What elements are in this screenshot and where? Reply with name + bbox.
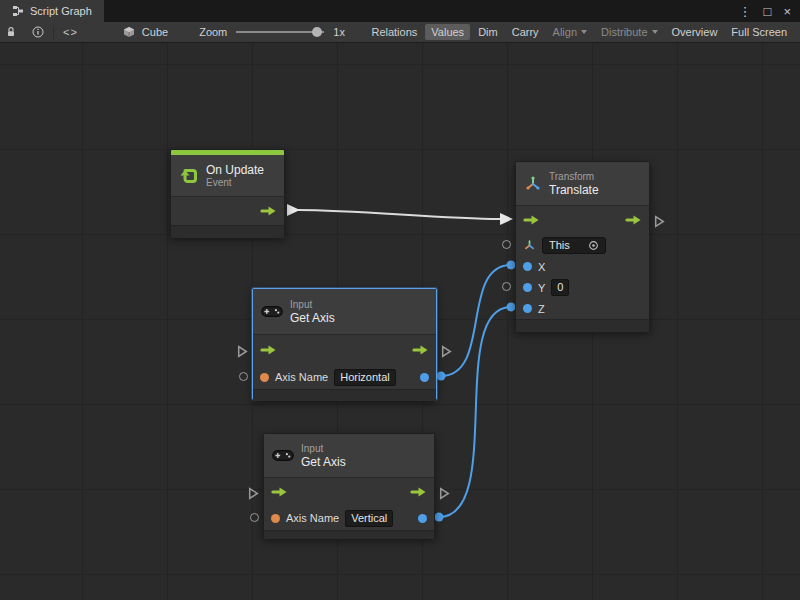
z-input-port[interactable] xyxy=(523,304,532,313)
close-window-icon[interactable]: × xyxy=(783,5,791,18)
node-footer xyxy=(516,319,649,332)
script-graph-icon xyxy=(12,5,24,17)
node-title: Get Axis xyxy=(290,311,335,325)
flow-output-port[interactable] xyxy=(412,344,429,356)
node-get-axis-horizontal[interactable]: Input Get Axis Axis Name Horizontal xyxy=(252,288,437,400)
node-category: Input xyxy=(301,443,346,455)
y-port-indicator[interactable] xyxy=(502,282,511,291)
full-screen-button[interactable]: Full Screen xyxy=(725,24,793,40)
transform-mini-icon xyxy=(523,239,536,252)
axis-name-field[interactable]: Horizontal xyxy=(334,369,396,386)
chevron-down-icon xyxy=(581,30,587,34)
tab-title: Script Graph xyxy=(30,5,92,17)
node-title: On Update xyxy=(206,163,264,177)
z-port-label: Z xyxy=(538,303,545,315)
align-dropdown[interactable]: Align xyxy=(547,24,593,40)
values-button[interactable]: Values xyxy=(425,24,470,40)
titlebar: Script Graph ⋮ □ × xyxy=(0,0,800,22)
node-translate[interactable]: Transform Translate xyxy=(515,161,650,331)
script-graph-window: Script Graph ⋮ □ × <> xyxy=(0,0,800,600)
target-object-name: Cube xyxy=(142,26,168,38)
kebab-menu-icon[interactable]: ⋮ xyxy=(739,5,752,18)
node-footer xyxy=(253,389,436,401)
overview-button[interactable]: Overview xyxy=(666,24,724,40)
restore-window-icon[interactable]: □ xyxy=(764,5,772,18)
node-category: Transform xyxy=(549,171,599,183)
chevron-down-icon xyxy=(652,30,658,34)
flow-output-indicator[interactable] xyxy=(439,486,450,504)
flow-output-indicator[interactable] xyxy=(441,344,452,362)
lock-icon[interactable] xyxy=(5,26,17,38)
flow-input-port[interactable] xyxy=(260,344,277,356)
float-output-port[interactable] xyxy=(420,373,429,382)
node-title: Get Axis xyxy=(301,455,346,469)
on-update-loop-icon xyxy=(179,166,199,186)
flow-input-port[interactable] xyxy=(523,214,540,226)
y-value-field[interactable]: 0 xyxy=(551,279,569,296)
object-picker-icon[interactable] xyxy=(588,240,599,251)
gamepad-icon xyxy=(261,305,283,318)
relations-button[interactable]: Relations xyxy=(365,24,423,40)
info-icon[interactable] xyxy=(32,26,44,38)
wire-endpoint xyxy=(437,372,446,381)
y-port-label: Y xyxy=(538,282,545,294)
gamepad-icon xyxy=(272,449,294,462)
carry-button[interactable]: Carry xyxy=(506,24,545,40)
axis-name-label: Axis Name xyxy=(286,512,339,524)
axis-name-field[interactable]: Vertical xyxy=(345,510,393,527)
axis-name-indicator[interactable] xyxy=(239,372,248,381)
node-subtitle: Event xyxy=(206,177,264,189)
node-category: Input xyxy=(290,299,335,311)
transform-icon xyxy=(524,175,542,193)
axis-name-label: Axis Name xyxy=(275,371,328,383)
axis-name-indicator[interactable] xyxy=(250,513,259,522)
x-input-port[interactable] xyxy=(523,262,532,271)
axis-name-input-port[interactable] xyxy=(260,373,269,382)
target-object-field[interactable]: This xyxy=(542,237,606,254)
flow-arrowhead-in xyxy=(500,213,513,225)
cube-icon xyxy=(123,26,135,38)
flow-input-indicator[interactable] xyxy=(248,486,259,504)
wire-endpoint xyxy=(435,513,444,522)
zoom-slider[interactable] xyxy=(236,26,324,38)
flow-output-indicator[interactable] xyxy=(654,214,665,232)
y-input-port[interactable] xyxy=(523,283,532,292)
zoom-slider-track xyxy=(236,31,324,33)
angle-brackets-icon[interactable]: <> xyxy=(63,26,78,38)
flow-output-port[interactable] xyxy=(260,205,277,217)
tab-script-graph[interactable]: Script Graph xyxy=(0,0,104,22)
dim-button[interactable]: Dim xyxy=(472,24,504,40)
flow-input-port[interactable] xyxy=(271,486,288,498)
zoom-value: 1x xyxy=(333,26,345,38)
node-footer xyxy=(171,225,284,238)
flow-output-port[interactable] xyxy=(410,486,427,498)
graph-canvas[interactable]: On Update Event xyxy=(0,43,800,600)
wire-onupdate-to-translate[interactable] xyxy=(298,210,500,219)
flow-output-port[interactable] xyxy=(625,214,642,226)
node-title: Translate xyxy=(549,183,599,197)
flow-arrowhead-out xyxy=(287,204,300,216)
node-on-update[interactable]: On Update Event xyxy=(170,149,285,237)
this-port-indicator[interactable] xyxy=(502,240,511,249)
float-output-port[interactable] xyxy=(418,514,427,523)
node-footer xyxy=(264,530,434,539)
x-port-label: X xyxy=(538,261,545,273)
zoom-slider-knob[interactable] xyxy=(312,27,322,37)
toolbar-separator xyxy=(53,26,54,39)
distribute-dropdown[interactable]: Distribute xyxy=(595,24,663,40)
zoom-label: Zoom xyxy=(199,26,227,38)
node-get-axis-vertical[interactable]: Input Get Axis Axis Name Vertical xyxy=(263,433,435,538)
axis-name-input-port[interactable] xyxy=(271,514,280,523)
graph-toolbar: <> Cube Zoom 1x Relations Values Dim Car… xyxy=(0,22,800,43)
flow-input-indicator[interactable] xyxy=(237,344,248,362)
